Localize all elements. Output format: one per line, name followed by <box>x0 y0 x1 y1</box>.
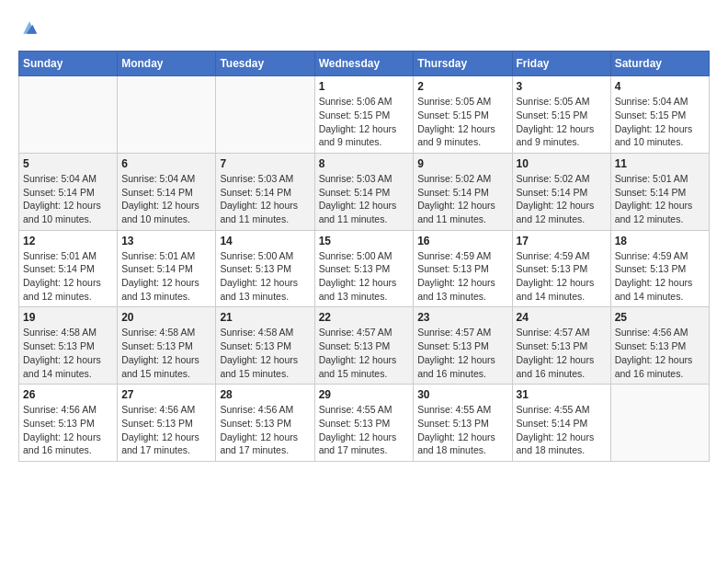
day-info: Sunrise: 5:05 AM Sunset: 5:15 PM Dayligh… <box>517 95 607 149</box>
day-info: Sunrise: 5:05 AM Sunset: 5:15 PM Dayligh… <box>417 95 507 149</box>
week-row-4: 26Sunrise: 4:56 AM Sunset: 5:13 PM Dayli… <box>19 385 710 462</box>
day-cell: 27Sunrise: 4:56 AM Sunset: 5:13 PM Dayli… <box>118 385 216 462</box>
day-info: Sunrise: 4:59 AM Sunset: 5:13 PM Dayligh… <box>517 249 607 304</box>
day-cell <box>216 76 314 154</box>
day-number: 24 <box>517 311 607 324</box>
day-cell: 11Sunrise: 5:01 AM Sunset: 5:14 PM Dayli… <box>610 153 709 230</box>
day-number: 21 <box>220 311 310 324</box>
day-number: 29 <box>319 388 410 401</box>
day-info: Sunrise: 5:01 AM Sunset: 5:14 PM Dayligh… <box>615 172 705 226</box>
day-cell: 21Sunrise: 4:58 AM Sunset: 5:13 PM Dayli… <box>216 307 314 385</box>
day-number: 10 <box>517 157 607 170</box>
day-number: 6 <box>121 157 211 170</box>
day-cell: 25Sunrise: 4:56 AM Sunset: 5:13 PM Dayli… <box>610 307 709 385</box>
day-number: 20 <box>121 311 211 324</box>
day-info: Sunrise: 4:58 AM Sunset: 5:13 PM Dayligh… <box>23 326 113 380</box>
day-cell: 17Sunrise: 4:59 AM Sunset: 5:13 PM Dayli… <box>512 230 610 307</box>
day-cell: 16Sunrise: 4:59 AM Sunset: 5:13 PM Dayli… <box>414 230 512 307</box>
day-info: Sunrise: 5:06 AM Sunset: 5:15 PM Dayligh… <box>319 95 410 149</box>
day-info: Sunrise: 4:56 AM Sunset: 5:13 PM Dayligh… <box>220 403 310 457</box>
day-cell <box>118 76 216 154</box>
week-row-2: 12Sunrise: 5:01 AM Sunset: 5:14 PM Dayli… <box>19 230 710 307</box>
day-number: 30 <box>417 388 507 401</box>
day-cell: 8Sunrise: 5:03 AM Sunset: 5:14 PM Daylig… <box>314 153 414 230</box>
day-number: 15 <box>319 235 410 247</box>
day-number: 13 <box>121 235 211 247</box>
day-cell: 15Sunrise: 5:00 AM Sunset: 5:13 PM Dayli… <box>314 230 414 307</box>
day-cell: 4Sunrise: 5:04 AM Sunset: 5:15 PM Daylig… <box>610 76 709 154</box>
day-number: 22 <box>319 311 410 324</box>
day-cell: 6Sunrise: 5:04 AM Sunset: 5:14 PM Daylig… <box>118 153 216 230</box>
day-info: Sunrise: 5:00 AM Sunset: 5:13 PM Dayligh… <box>220 249 310 304</box>
day-cell: 28Sunrise: 4:56 AM Sunset: 5:13 PM Dayli… <box>216 385 314 462</box>
day-number: 31 <box>517 388 607 401</box>
day-info: Sunrise: 5:02 AM Sunset: 5:14 PM Dayligh… <box>517 172 607 226</box>
day-number: 26 <box>23 388 113 401</box>
header-saturday: Saturday <box>610 52 709 76</box>
header-row: SundayMondayTuesdayWednesdayThursdayFrid… <box>19 52 710 76</box>
logo-icon <box>20 18 39 37</box>
day-info: Sunrise: 5:00 AM Sunset: 5:13 PM Dayligh… <box>319 249 410 304</box>
day-info: Sunrise: 5:01 AM Sunset: 5:14 PM Dayligh… <box>23 249 113 304</box>
day-number: 23 <box>417 311 507 324</box>
day-info: Sunrise: 4:55 AM Sunset: 5:14 PM Dayligh… <box>517 403 607 457</box>
day-cell: 7Sunrise: 5:03 AM Sunset: 5:14 PM Daylig… <box>216 153 314 230</box>
day-info: Sunrise: 4:56 AM Sunset: 5:13 PM Dayligh… <box>23 403 113 457</box>
calendar-table: SundayMondayTuesdayWednesdayThursdayFrid… <box>18 51 710 462</box>
day-cell: 2Sunrise: 5:05 AM Sunset: 5:15 PM Daylig… <box>414 76 512 154</box>
day-info: Sunrise: 5:01 AM Sunset: 5:14 PM Dayligh… <box>121 249 211 304</box>
day-cell: 31Sunrise: 4:55 AM Sunset: 5:14 PM Dayli… <box>512 385 610 462</box>
day-cell: 12Sunrise: 5:01 AM Sunset: 5:14 PM Dayli… <box>19 230 118 307</box>
day-cell: 5Sunrise: 5:04 AM Sunset: 5:14 PM Daylig… <box>19 153 118 230</box>
day-cell: 22Sunrise: 4:57 AM Sunset: 5:13 PM Dayli… <box>314 307 414 385</box>
day-number: 7 <box>220 157 310 170</box>
logo <box>18 18 39 41</box>
day-info: Sunrise: 4:59 AM Sunset: 5:13 PM Dayligh… <box>417 249 507 304</box>
day-cell: 29Sunrise: 4:55 AM Sunset: 5:13 PM Dayli… <box>314 385 414 462</box>
day-cell: 1Sunrise: 5:06 AM Sunset: 5:15 PM Daylig… <box>314 76 414 154</box>
day-info: Sunrise: 4:56 AM Sunset: 5:13 PM Dayligh… <box>121 403 211 457</box>
day-cell: 24Sunrise: 4:57 AM Sunset: 5:13 PM Dayli… <box>512 307 610 385</box>
day-number: 3 <box>517 80 607 93</box>
day-cell: 3Sunrise: 5:05 AM Sunset: 5:15 PM Daylig… <box>512 76 610 154</box>
header-friday: Friday <box>512 52 610 76</box>
week-row-1: 5Sunrise: 5:04 AM Sunset: 5:14 PM Daylig… <box>19 153 710 230</box>
day-cell <box>19 76 118 154</box>
day-number: 2 <box>417 80 507 93</box>
day-cell: 13Sunrise: 5:01 AM Sunset: 5:14 PM Dayli… <box>118 230 216 307</box>
day-info: Sunrise: 4:57 AM Sunset: 5:13 PM Dayligh… <box>517 326 607 380</box>
header-sunday: Sunday <box>19 52 118 76</box>
day-info: Sunrise: 4:59 AM Sunset: 5:13 PM Dayligh… <box>615 249 705 304</box>
day-cell: 19Sunrise: 4:58 AM Sunset: 5:13 PM Dayli… <box>19 307 118 385</box>
header-thursday: Thursday <box>414 52 512 76</box>
day-number: 18 <box>615 235 705 247</box>
day-number: 17 <box>517 235 607 247</box>
day-cell: 30Sunrise: 4:55 AM Sunset: 5:13 PM Dayli… <box>414 385 512 462</box>
day-info: Sunrise: 4:57 AM Sunset: 5:13 PM Dayligh… <box>319 326 410 380</box>
day-info: Sunrise: 4:56 AM Sunset: 5:13 PM Dayligh… <box>615 326 705 380</box>
day-cell: 20Sunrise: 4:58 AM Sunset: 5:13 PM Dayli… <box>118 307 216 385</box>
day-number: 25 <box>615 311 705 324</box>
day-cell: 26Sunrise: 4:56 AM Sunset: 5:13 PM Dayli… <box>19 385 118 462</box>
day-number: 12 <box>23 235 113 247</box>
day-info: Sunrise: 4:58 AM Sunset: 5:13 PM Dayligh… <box>220 326 310 380</box>
header-wednesday: Wednesday <box>314 52 414 76</box>
header-tuesday: Tuesday <box>216 52 314 76</box>
day-info: Sunrise: 5:03 AM Sunset: 5:14 PM Dayligh… <box>220 172 310 226</box>
day-info: Sunrise: 5:04 AM Sunset: 5:15 PM Dayligh… <box>615 95 705 149</box>
day-number: 16 <box>417 235 507 247</box>
day-info: Sunrise: 5:04 AM Sunset: 5:14 PM Dayligh… <box>121 172 211 226</box>
day-number: 5 <box>23 157 113 170</box>
day-cell: 23Sunrise: 4:57 AM Sunset: 5:13 PM Dayli… <box>414 307 512 385</box>
week-row-3: 19Sunrise: 4:58 AM Sunset: 5:13 PM Dayli… <box>19 307 710 385</box>
page-header <box>18 18 710 41</box>
day-cell: 10Sunrise: 5:02 AM Sunset: 5:14 PM Dayli… <box>512 153 610 230</box>
day-info: Sunrise: 4:55 AM Sunset: 5:13 PM Dayligh… <box>319 403 410 457</box>
logo-text <box>18 18 39 41</box>
day-number: 9 <box>417 157 507 170</box>
day-number: 4 <box>615 80 705 93</box>
day-info: Sunrise: 5:02 AM Sunset: 5:14 PM Dayligh… <box>417 172 507 226</box>
day-info: Sunrise: 4:58 AM Sunset: 5:13 PM Dayligh… <box>121 326 211 380</box>
day-info: Sunrise: 4:55 AM Sunset: 5:13 PM Dayligh… <box>417 403 507 457</box>
day-cell: 9Sunrise: 5:02 AM Sunset: 5:14 PM Daylig… <box>414 153 512 230</box>
